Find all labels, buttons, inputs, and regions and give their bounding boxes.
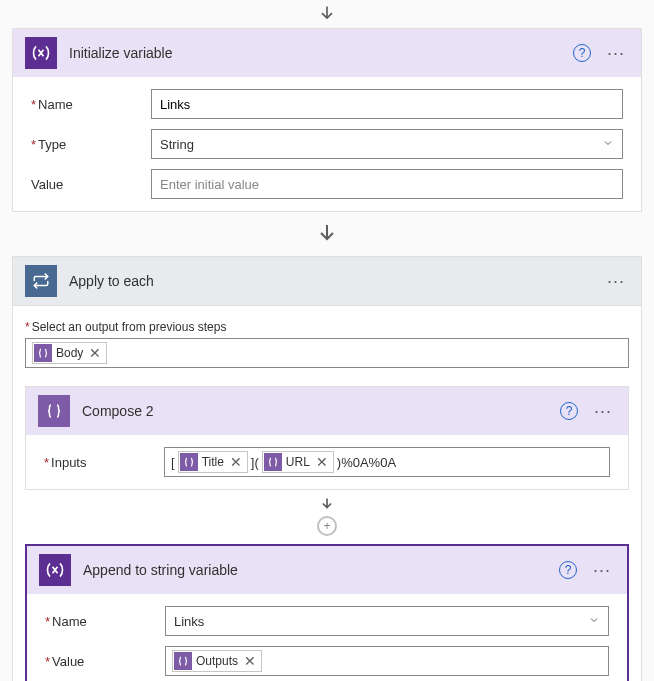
- select-output-label: Select an output from previous steps: [25, 320, 629, 334]
- value-label: Value: [45, 654, 165, 669]
- type-value: String: [160, 137, 194, 152]
- type-label: Type: [31, 137, 151, 152]
- inputs-label: Inputs: [44, 455, 164, 470]
- remove-token-icon[interactable]: ✕: [242, 653, 258, 669]
- more-menu-icon[interactable]: ···: [603, 43, 629, 64]
- dynamic-content-icon: [264, 453, 282, 471]
- card-title: Append to string variable: [83, 562, 547, 578]
- help-icon[interactable]: ?: [560, 402, 578, 420]
- flow-arrow: [25, 490, 629, 516]
- select-output-input[interactable]: Body ✕: [25, 338, 629, 368]
- more-menu-icon[interactable]: ···: [590, 401, 616, 422]
- chevron-down-icon: [588, 614, 600, 629]
- apply-to-each-card: Apply to each ···: [12, 256, 642, 306]
- dynamic-content-icon: [34, 344, 52, 362]
- value-label: Value: [31, 177, 151, 192]
- dynamic-content-icon: [174, 652, 192, 670]
- literal-text: ](: [251, 455, 259, 470]
- name-label: Name: [31, 97, 151, 112]
- value-input[interactable]: [151, 169, 623, 199]
- compose-icon: [38, 395, 70, 427]
- flow-arrow: [0, 0, 654, 28]
- more-menu-icon[interactable]: ···: [603, 271, 629, 292]
- remove-token-icon[interactable]: ✕: [87, 345, 103, 361]
- flow-arrow: [0, 212, 654, 256]
- initialize-variable-card: Initialize variable ? ··· Name Type Stri…: [12, 28, 642, 212]
- url-token[interactable]: URL ✕: [262, 451, 334, 473]
- type-select[interactable]: String: [151, 129, 623, 159]
- remove-token-icon[interactable]: ✕: [228, 454, 244, 470]
- name-label: Name: [45, 614, 165, 629]
- remove-token-icon[interactable]: ✕: [314, 454, 330, 470]
- initialize-variable-header[interactable]: Initialize variable ? ···: [13, 29, 641, 77]
- name-value: Links: [174, 614, 204, 629]
- body-token[interactable]: Body ✕: [32, 342, 107, 364]
- variable-icon: [25, 37, 57, 69]
- card-title: Apply to each: [69, 273, 591, 289]
- apply-to-each-body: Select an output from previous steps Bod…: [12, 306, 642, 681]
- name-select[interactable]: Links: [165, 606, 609, 636]
- token-label: Title: [202, 455, 224, 469]
- inputs-input[interactable]: [ Title ✕ ](: [164, 447, 610, 477]
- add-step-button[interactable]: +: [317, 516, 337, 536]
- literal-text: [: [171, 455, 175, 470]
- card-title: Initialize variable: [69, 45, 561, 61]
- help-icon[interactable]: ?: [559, 561, 577, 579]
- help-icon[interactable]: ?: [573, 44, 591, 62]
- token-label: Body: [56, 346, 83, 360]
- append-string-header[interactable]: Append to string variable ? ···: [27, 546, 627, 594]
- append-string-variable-card: Append to string variable ? ··· Name Lin…: [25, 544, 629, 681]
- name-input[interactable]: [151, 89, 623, 119]
- variable-icon: [39, 554, 71, 586]
- more-menu-icon[interactable]: ···: [589, 560, 615, 581]
- dynamic-content-icon: [180, 453, 198, 471]
- value-input[interactable]: Outputs ✕: [165, 646, 609, 676]
- apply-to-each-header[interactable]: Apply to each ···: [13, 257, 641, 305]
- loop-icon: [25, 265, 57, 297]
- token-label: Outputs: [196, 654, 238, 668]
- outputs-token[interactable]: Outputs ✕: [172, 650, 262, 672]
- literal-text: )%0A%0A: [337, 455, 396, 470]
- chevron-down-icon: [602, 137, 614, 152]
- compose-2-card: Compose 2 ? ··· Inputs [ Title: [25, 386, 629, 490]
- compose-2-header[interactable]: Compose 2 ? ···: [26, 387, 628, 435]
- title-token[interactable]: Title ✕: [178, 451, 248, 473]
- token-label: URL: [286, 455, 310, 469]
- card-title: Compose 2: [82, 403, 548, 419]
